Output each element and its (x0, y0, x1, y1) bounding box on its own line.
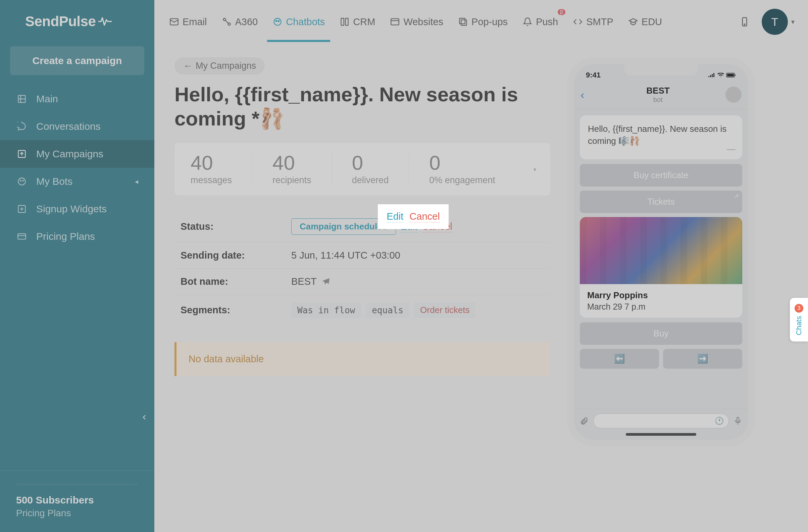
sending-date-label: Sending date: (181, 250, 291, 261)
svg-point-2 (18, 178, 25, 185)
stat-delivered-label: delivered (352, 175, 389, 186)
phone-status-icons (708, 71, 736, 79)
sidebar-item-label: Signup Widgets (36, 203, 107, 215)
topnav-push[interactable]: Push β (521, 11, 559, 33)
topnav-websites[interactable]: Websites (389, 11, 445, 33)
topnav-label: Websites (403, 16, 443, 27)
widget-icon (16, 203, 27, 215)
sidebar-item-conversations[interactable]: Conversations (0, 113, 154, 140)
code-icon (573, 17, 583, 27)
sidebar-item-widgets[interactable]: Signup Widgets (0, 195, 154, 223)
topnav-label: Pop-ups (472, 16, 508, 27)
stats-card: 40messages 40recipients 0delivered 00% e… (175, 143, 550, 195)
bot-icon (16, 176, 27, 187)
status-label: Status: (181, 221, 291, 232)
buy-certificate-button[interactable]: Buy certificate (580, 164, 742, 187)
chats-side-tab[interactable]: 3 Chats (790, 298, 808, 341)
cancel-link-highlight[interactable]: Cancel (409, 211, 440, 222)
stat-engagement-label: 0% engagement (429, 175, 495, 186)
network-icon (222, 17, 232, 27)
mic-icon[interactable] (734, 417, 742, 425)
card-icon (16, 231, 27, 242)
phone-notch (624, 64, 698, 75)
page-title: Hello, {{first_name}}. New season is com… (175, 82, 550, 131)
sidebar-item-label: Pricing Plans (36, 231, 95, 242)
topnav-label: Chatbots (286, 16, 325, 27)
external-icon: ↗ (734, 192, 739, 200)
bot-name-label: Bot name: (181, 276, 291, 287)
mail-icon (169, 17, 179, 27)
sidebar-item-label: My Bots (36, 176, 72, 187)
topnav-email[interactable]: Email (168, 11, 208, 33)
chats-label: Chats (794, 316, 803, 335)
svg-rect-6 (18, 234, 25, 239)
sidebar-item-campaigns[interactable]: My Campaigns (0, 140, 154, 168)
topnav-smtp[interactable]: SMTP (571, 11, 615, 33)
event-datetime: March 29 7 p.m (587, 302, 735, 311)
topnav-label: Email (183, 16, 207, 27)
avatar-caret-icon[interactable]: ▾ (791, 18, 794, 26)
message-bubble: Hello, {{first_name}}. New season is com… (580, 115, 742, 159)
topnav-chatbots[interactable]: Chatbots (271, 11, 326, 33)
topnav-label: CRM (353, 16, 375, 27)
prev-button[interactable]: ⬅️ (580, 349, 659, 369)
sidebar-item-label: Main (36, 93, 58, 104)
telegram-icon (322, 278, 330, 286)
sidebar-item-bots[interactable]: My Bots ◂ (0, 168, 154, 195)
website-icon (390, 17, 400, 27)
svg-point-3 (20, 180, 21, 181)
chat-icon (16, 121, 27, 132)
topnav-edu[interactable]: EDU (627, 11, 663, 33)
topnav-popups[interactable]: Pop-ups (457, 11, 509, 33)
stat-engagement-value: 0 (429, 153, 495, 173)
breadcrumb-back[interactable]: ← My Campaigns (175, 57, 265, 74)
sidebar-item-main[interactable]: Main (0, 85, 154, 113)
buy-button[interactable]: Buy (580, 322, 742, 345)
brand-logo[interactable]: SendPulse (0, 0, 154, 46)
next-button[interactable]: ➡️ (663, 349, 742, 369)
segment-field: Was in flow (291, 303, 361, 318)
upload-icon (16, 148, 27, 160)
sidebar-collapse-button[interactable] (140, 413, 148, 421)
topnav-label: SMTP (586, 16, 613, 27)
topnav-label: A360 (235, 16, 258, 27)
svg-rect-22 (735, 74, 736, 76)
mobile-icon[interactable] (739, 17, 750, 27)
chatbot-icon (273, 17, 282, 27)
svg-point-12 (278, 20, 279, 21)
svg-point-11 (276, 20, 277, 21)
create-campaign-button[interactable]: Create a campaign (10, 46, 144, 75)
svg-rect-14 (346, 18, 348, 25)
svg-point-4 (22, 180, 23, 181)
bot-name-value: BEST (291, 276, 317, 287)
topnav-crm[interactable]: CRM (338, 11, 377, 33)
phone-back-icon[interactable]: ‹ (581, 88, 591, 101)
sending-date-value: 5 Jun, 11:44 UTC +03:00 (291, 250, 544, 261)
event-image (580, 217, 742, 284)
home-indicator (626, 433, 696, 436)
popup-icon (458, 17, 468, 27)
svg-point-10 (274, 18, 281, 25)
arrow-left-icon: ← (183, 61, 192, 71)
pricing-link[interactable]: Pricing Plans (16, 508, 138, 518)
svg-point-19 (744, 24, 745, 25)
topnav-a360[interactable]: A360 (220, 11, 259, 33)
stats-dropdown-caret[interactable]: ▾ (534, 166, 536, 173)
sidebar-item-pricing[interactable]: Pricing Plans (0, 223, 154, 250)
svg-rect-21 (727, 74, 734, 76)
attach-icon[interactable] (580, 417, 589, 425)
svg-rect-13 (341, 18, 344, 25)
phone-bot-avatar[interactable] (726, 87, 741, 103)
crm-icon (339, 17, 350, 27)
message-input[interactable]: 🕐 (593, 414, 729, 429)
tickets-button[interactable]: Tickets↗ (580, 191, 742, 213)
phone-bot-sub: bot (591, 96, 726, 103)
segment-operator: equals (366, 303, 409, 318)
segment-value: Order tickets (414, 302, 476, 318)
user-avatar[interactable]: T (762, 9, 788, 35)
phone-preview: 9:41 ‹ BEST bot (567, 57, 755, 446)
dashboard-icon (16, 93, 27, 104)
edit-link-highlight[interactable]: Edit (387, 211, 403, 222)
event-title: Marry Poppins (587, 290, 735, 301)
svg-rect-17 (461, 20, 466, 25)
